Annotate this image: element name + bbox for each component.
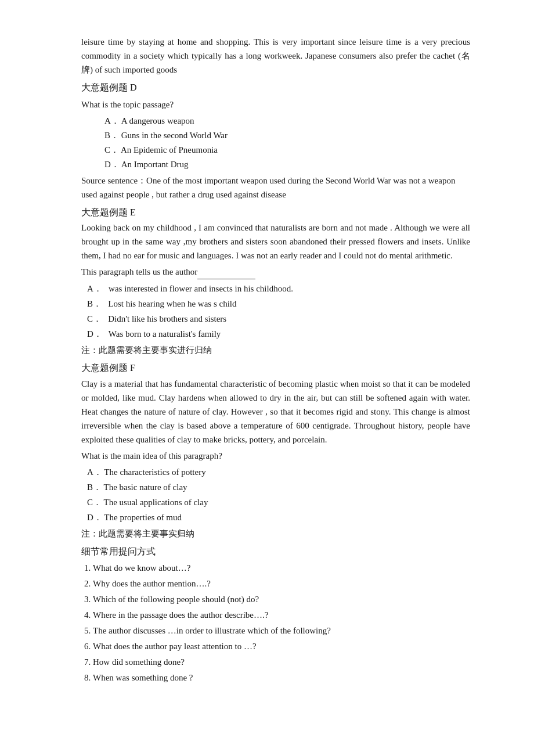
option-item: D． Was born to a naturalist's family: [81, 327, 470, 341]
section-f-title: 大意题例题 F: [81, 361, 470, 376]
section-e-passage: Looking back on my childhood , I am conv…: [81, 221, 470, 262]
subsection-title: 细节常用提问方式: [81, 544, 470, 559]
intro-paragraph: leisure time by staying at home and shop…: [81, 35, 470, 77]
section-f-passage: Clay is a material that has fundamental …: [81, 377, 470, 447]
option-item: A． was interested in flower and insects …: [81, 282, 470, 296]
list-item: The author discusses …in order to illust…: [93, 624, 470, 638]
list-item: How did something done?: [93, 655, 470, 669]
source-label: Source sentence：: [81, 176, 146, 185]
option-item: C． The usual applications of clay: [81, 495, 470, 509]
section-f-options: A． The characteristics of pottery B． The…: [81, 465, 470, 524]
option-item: A． A dangerous weapon: [104, 114, 470, 128]
section-d-options: A． A dangerous weapon B． Guns in the sec…: [81, 114, 470, 171]
list-item: Which of the following people should (no…: [93, 592, 470, 606]
section-e-question: This paragraph tells us the author: [81, 265, 470, 279]
answer-blank: [197, 265, 255, 279]
list-item: What do we know about…?: [93, 561, 470, 575]
option-item: C． Didn't like his brothers and sisters: [81, 312, 470, 326]
list-item: What does the author pay least attention…: [93, 639, 470, 653]
option-item: A． The characteristics of pottery: [81, 465, 470, 479]
option-item: B． Guns in the second World War: [104, 128, 470, 142]
list-item: Why does the author mention….?: [93, 577, 470, 591]
option-item: C． An Epidemic of Pneumonia: [104, 143, 470, 157]
list-item: Where in the passage does the author des…: [93, 608, 470, 622]
option-item: B． Lost his hearing when he was s child: [81, 297, 470, 311]
section-d-source: Source sentence：One of the most importan…: [81, 174, 470, 201]
section-e-note: 注：此题需要将主要事实进行归纳: [81, 343, 470, 357]
option-item: D． An Important Drug: [104, 157, 470, 171]
list-item: When was something done ?: [93, 671, 470, 685]
numbered-list: What do we know about…? Why does the aut…: [81, 561, 470, 685]
option-item: D． The properties of mud: [81, 510, 470, 524]
section-d-title: 大意题例题 D: [81, 80, 470, 95]
section-e-options: A． was interested in flower and insects …: [81, 282, 470, 341]
section-f-question: What is the main idea of this paragraph?: [81, 449, 470, 463]
section-e-title: 大意题例题 E: [81, 205, 470, 220]
section-d-question: What is the topic passage?: [81, 98, 470, 111]
question-text-label: This paragraph tells us the author: [81, 267, 197, 276]
option-item: B． The basic nature of clay: [81, 480, 470, 494]
section-f-note: 注：此题需要将主要事实归纳: [81, 527, 470, 541]
